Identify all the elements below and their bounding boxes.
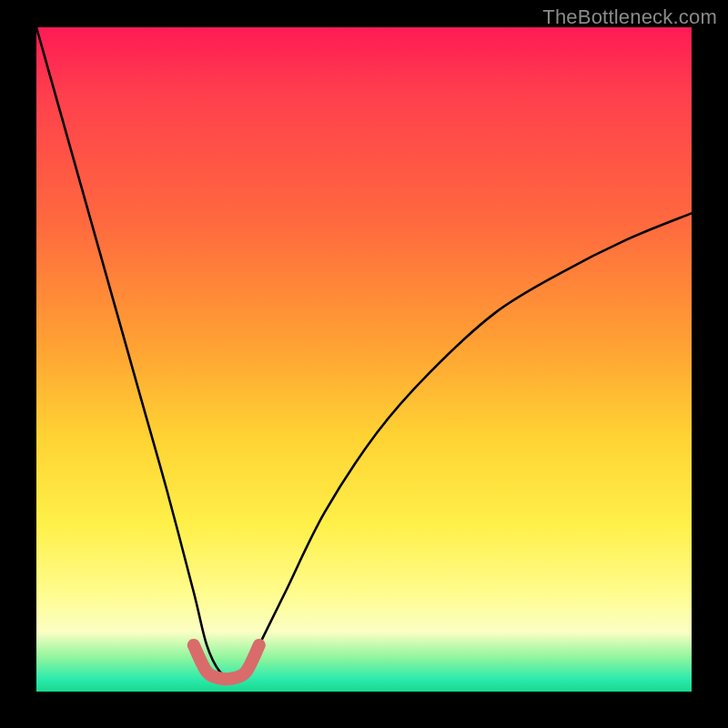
valley-highlight bbox=[194, 645, 259, 679]
plot-area bbox=[36, 27, 692, 692]
chart-frame: TheBottleneck.com bbox=[0, 0, 728, 728]
curve-layer bbox=[36, 27, 692, 692]
bottleneck-curve bbox=[36, 27, 692, 678]
attribution-label: TheBottleneck.com bbox=[542, 5, 717, 29]
